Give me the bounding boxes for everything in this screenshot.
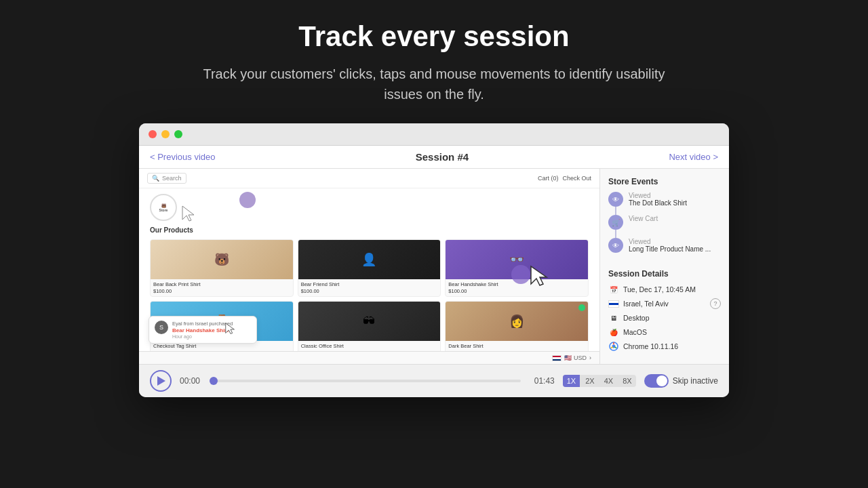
us-flag [552, 355, 561, 361]
cart-label[interactable]: Cart (0) [538, 175, 559, 182]
store-view: 🔍 Search Cart (0) Check Out 🐻 Store [139, 169, 600, 364]
page-title: Track every session [298, 20, 569, 53]
traffic-light-green[interactable] [174, 130, 182, 138]
mouse-tracking-circle-2 [239, 192, 256, 208]
currency-label: 🇺🇸 USD [564, 354, 587, 361]
chrome-icon [608, 341, 619, 352]
event-item-2: 🛒 View Cart [608, 215, 721, 238]
session-timestamp: Tue, Dec 17, 10:45 AM [623, 285, 696, 293]
popup-avatar: S [155, 321, 168, 334]
product-name-6: Dark Bear Shirt [448, 343, 585, 349]
product-name-4: Checkout Tag Shirt [153, 343, 290, 349]
cursor-arrow-popup [224, 323, 237, 336]
event-item-3: 👁 Viewed Long Title Product Name ... [608, 238, 721, 261]
events-section: Store Events 👁 Viewed The Dot Black Shir… [608, 177, 721, 261]
green-badge [578, 304, 585, 311]
product-image-1: 🐻 [151, 240, 293, 279]
current-time: 00:00 [180, 376, 205, 386]
events-title: Store Events [608, 177, 721, 186]
traffic-light-red[interactable] [149, 130, 157, 138]
event-icon-viewed-1: 👁 [608, 192, 623, 207]
browser-titlebar [139, 123, 729, 146]
help-icon[interactable]: ? [710, 298, 721, 309]
skip-inactive-label: Skip inactive [673, 376, 718, 386]
event-list: 👁 Viewed The Dot Black Shirt 🛒 View Cart [608, 192, 721, 261]
flag-bar: 🇺🇸 USD › [552, 354, 591, 361]
detail-row-os: 🍎 MacOS [608, 327, 721, 338]
play-button[interactable] [150, 370, 172, 392]
event-item-1: 👁 Viewed The Dot Black Shirt [608, 192, 721, 215]
event-action-1: Viewed [629, 192, 721, 199]
store-logo-area: 🐻 Store [150, 194, 589, 221]
play-icon [157, 376, 165, 386]
event-icon-cart: 🛒 [608, 215, 623, 230]
session-os: MacOS [623, 328, 647, 336]
product-name-2: Bear Friend Shirt [301, 281, 438, 287]
search-icon: 🔍 [152, 175, 159, 182]
cursor-arrow-main [528, 265, 552, 289]
checkout-label[interactable]: Check Out [562, 175, 591, 182]
popup-product-name: Bear Handshake Shirt [172, 327, 251, 333]
event-name-3: Long Title Product Name ... [629, 245, 721, 253]
session-title: Session #4 [416, 151, 469, 163]
detail-row-location: Israel, Tel Aviv ? [608, 298, 721, 309]
session-location: Israel, Tel Aviv [623, 300, 669, 308]
traffic-light-yellow[interactable] [161, 130, 170, 138]
store-cart-area: Cart (0) Check Out [538, 175, 591, 182]
skip-inactive-toggle-container: Skip inactive [644, 374, 718, 388]
event-icon-viewed-3: 👁 [608, 238, 623, 253]
products-heading: Our Products [150, 226, 589, 234]
product-image-2: 👤 [298, 240, 441, 279]
svg-line-3 [614, 347, 616, 348]
product-price-1: $100.00 [153, 288, 290, 294]
product-name-5: Classic Office Shirt [301, 343, 438, 349]
page-subtitle: Track your customers' clicks, taps and m… [183, 64, 685, 104]
prev-video-link[interactable]: < Previous video [150, 152, 215, 162]
product-price-2: $100.00 [301, 288, 438, 294]
popup-text-area: Eyal from Israel purchased Bear Handshak… [172, 321, 251, 339]
desktop-icon: 🖥 [608, 312, 619, 323]
speed-1x[interactable]: 1X [563, 375, 580, 387]
browser-content: 🔍 Search Cart (0) Check Out 🐻 Store [139, 169, 729, 364]
browser-window: < Previous video Session #4 Next video >… [139, 123, 729, 397]
session-sidebar: Store Events 👁 Viewed The Dot Black Shir… [600, 169, 729, 364]
product-name-1: Bear Back Print Shirt [153, 281, 290, 287]
svg-line-4 [611, 347, 613, 348]
speed-4x[interactable]: 4X [600, 375, 617, 387]
product-card-1[interactable]: 🐻 Bear Back Print Shirt $100.00 [150, 239, 294, 297]
detail-row-browser: Chrome 10.11.16 [608, 341, 721, 352]
store-search[interactable]: 🔍 Search [147, 173, 186, 184]
detail-row-device: 🖥 Desktop [608, 312, 721, 323]
session-browser: Chrome 10.11.16 [623, 342, 678, 350]
product-image-6: 👩 [446, 302, 588, 341]
popup-notification: S Eyal from Israel purchased Bear Handsh… [149, 316, 257, 344]
apple-icon: 🍎 [608, 327, 619, 338]
session-details-section: Session Details 📅 Tue, Dec 17, 10:45 AM … [608, 269, 721, 355]
product-card-6[interactable]: 👩 Dark Bear Shirt $100.00 $200.00 [445, 301, 589, 359]
search-placeholder: Search [162, 175, 182, 182]
product-price-3: $100.00 [448, 288, 585, 294]
speed-2x[interactable]: 2X [581, 375, 598, 387]
progress-thumb[interactable] [210, 377, 218, 385]
event-action-2: View Cart [629, 215, 721, 222]
total-time: 01:43 [529, 376, 555, 386]
product-card-5[interactable]: 🕶 Classic Office Shirt $100.00 [298, 301, 441, 359]
store-footer: 🇺🇸 USD › [139, 351, 599, 364]
speed-8x[interactable]: 8X [618, 375, 635, 387]
next-video-link[interactable]: Next video > [669, 152, 718, 162]
popup-title: Eyal from Israel purchased [172, 321, 251, 327]
product-image-5: 🕶 [298, 302, 441, 341]
calendar-icon: 📅 [608, 284, 619, 295]
details-title: Session Details [608, 269, 721, 279]
progress-bar[interactable] [214, 380, 521, 382]
skip-inactive-toggle[interactable] [644, 374, 669, 388]
video-controls: 00:00 01:43 1X 2X 4X 8X Skip inactive [139, 364, 729, 397]
session-device: Desktop [623, 314, 650, 322]
currency-chevron: › [589, 354, 591, 361]
cursor-arrow-logo [180, 205, 199, 224]
product-card-2[interactable]: 👤 Bear Friend Shirt $100.00 [298, 239, 441, 297]
session-nav: < Previous video Session #4 Next video > [139, 146, 729, 169]
store-logo: 🐻 Store [150, 194, 177, 221]
speed-controls: 1X 2X 4X 8X [563, 375, 636, 387]
event-name-1: The Dot Black Shirt [629, 199, 721, 207]
